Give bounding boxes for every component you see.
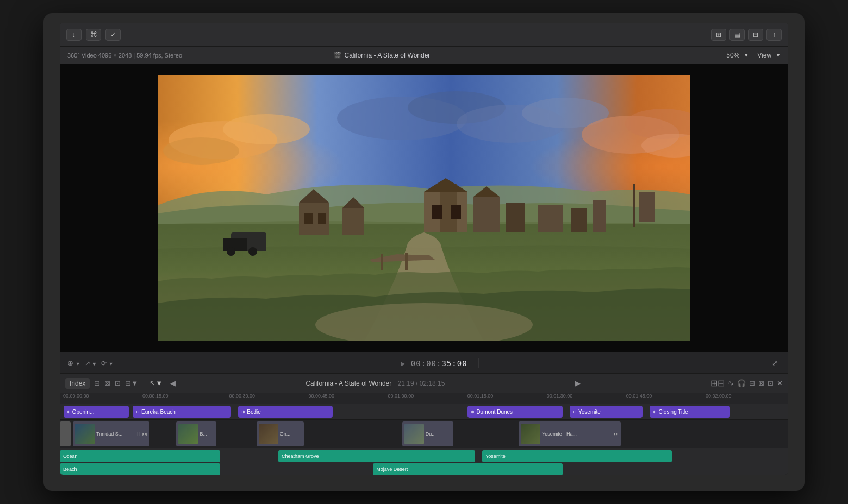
next-marker-btn[interactable]: ▶ xyxy=(575,379,581,387)
clip-view-btn2[interactable]: ⊠ xyxy=(104,379,110,387)
timeline-project-title: California - A State of Wonder 21:19 / 0… xyxy=(305,380,445,387)
svg-rect-28 xyxy=(451,205,461,219)
timeline-ruler: 00:00:00;00 00:00:15:00 00:00:30:00 00:0… xyxy=(60,393,788,404)
snapping-icon[interactable]: ⊡ xyxy=(768,379,774,387)
waveform-icon: ∿ xyxy=(728,379,734,387)
clip-eureka[interactable]: ⊕ Eureka Beach xyxy=(133,406,231,418)
clip-icon: ⊕ xyxy=(136,410,140,414)
clip-closing-title[interactable]: ⊕ Closing Title xyxy=(650,406,729,418)
film-strip-icon[interactable]: ⊟ xyxy=(749,379,755,387)
clip-dumont[interactable]: ⊕ Dumont Dunes xyxy=(467,406,562,418)
chevron-down-icon: ▼ xyxy=(109,361,114,367)
audio-cheatham[interactable]: Cheatham Grove xyxy=(278,450,475,462)
timeline-controls: Index ⊟ ⊠ ⊡ ⊟▼ ↖▼ ◀ California - A State… xyxy=(60,374,788,393)
clip-bodie[interactable]: ⊕ Bodie xyxy=(238,406,333,418)
fullscreen-button[interactable]: ⤢ xyxy=(769,357,781,369)
clip-yosemite[interactable]: ⊕ Yosemite xyxy=(570,406,643,418)
key-icon: ⌘ xyxy=(90,30,97,39)
playback-options-button[interactable]: ⊕ ▼ xyxy=(67,359,80,367)
prev-marker-btn[interactable]: ◀ xyxy=(170,379,176,387)
svg-rect-21 xyxy=(318,213,326,224)
preview-area xyxy=(60,64,788,352)
clip-view-btn[interactable]: ⊟ xyxy=(94,379,100,387)
clip-trinidad[interactable]: Trinidad S... ⏸ ⏭ xyxy=(73,421,149,446)
arrow-tool-btn[interactable]: ↖▼ xyxy=(149,379,163,387)
analyze-button[interactable]: ✓ xyxy=(105,29,121,41)
clip-icon: ⊕ xyxy=(573,410,577,414)
toolbar: ↓ ⌘ ✓ ⊞ ▤ ⊟ ↑ xyxy=(60,23,788,47)
expand-icon: ⤢ xyxy=(772,359,778,367)
audio-meter-icon: ⊞⊟ xyxy=(710,378,725,388)
globe-icon: ⊕ xyxy=(67,359,73,367)
svg-rect-27 xyxy=(432,205,442,219)
secondary-track: Trinidad S... ⏸ ⏭ B... Gri... xyxy=(60,419,788,448)
clip-gri[interactable]: Gri... xyxy=(257,421,304,446)
clip-icon: ⊕ xyxy=(67,410,71,414)
timeline-tracks: ⊕ Openin... ⊕ Eureka Beach ⊕ Bodie ⊕ Dum… xyxy=(60,404,788,475)
sliders-icon: ⊟ xyxy=(753,31,758,39)
secondary-clip-stub xyxy=(60,421,71,446)
browser-list-button[interactable]: ▤ xyxy=(729,29,745,41)
clip-du[interactable]: Du... xyxy=(402,421,453,446)
toolbar-left: ↓ ⌘ ✓ xyxy=(66,29,121,41)
project-title-display: 🎬 California - A State of Wonder xyxy=(334,52,431,59)
svg-rect-22 xyxy=(342,208,364,235)
toolbar-right: ⊞ ▤ ⊟ ↑ xyxy=(711,29,782,41)
close-timeline-icon[interactable]: ✕ xyxy=(777,379,783,387)
svg-rect-33 xyxy=(571,208,587,232)
svg-rect-34 xyxy=(593,200,606,232)
audio-mojave[interactable]: Mojave Desert xyxy=(373,463,562,475)
speed-button[interactable]: ⟳ ▼ xyxy=(101,359,114,367)
clip-info-icon[interactable]: ⊠ xyxy=(758,379,764,387)
svg-rect-38 xyxy=(405,253,408,270)
clip-icon: ⊕ xyxy=(241,410,245,414)
keyword-button[interactable]: ⌘ xyxy=(86,29,101,41)
import-button[interactable]: ↓ xyxy=(66,29,82,41)
grid-icon: ⊞ xyxy=(716,31,721,39)
clip-yosemite-ha[interactable]: Yosemite - Ha... ⏭ xyxy=(519,421,621,446)
clip-icon: ⊕ xyxy=(653,410,657,414)
svg-rect-32 xyxy=(538,205,563,232)
svg-point-5 xyxy=(223,114,310,144)
svg-point-4 xyxy=(163,137,239,165)
svg-rect-29 xyxy=(473,197,500,232)
playback-bar: ⊕ ▼ ↗ ▼ ⟳ ▼ ▶ 00:00:35:00 │ ⤢ xyxy=(60,352,788,374)
svg-rect-36 xyxy=(639,192,655,222)
inspector-button[interactable]: ⊟ xyxy=(748,29,763,41)
clip-opening[interactable]: ⊕ Openin... xyxy=(64,406,129,418)
share-icon: ↑ xyxy=(772,31,776,39)
list-icon: ▤ xyxy=(734,31,740,39)
video-specs: 360° Video 4096 × 2048 | 59.94 fps, Ster… xyxy=(67,52,182,59)
headphones-icon[interactable]: 🎧 xyxy=(737,379,746,387)
arrow-icon: ↗ xyxy=(85,360,90,367)
transform-button[interactable]: ↗ ▼ xyxy=(85,359,97,367)
clip-view-btn3[interactable]: ⊡ xyxy=(115,379,121,387)
audio-beach[interactable]: Beach xyxy=(60,463,220,475)
clip-height-btn[interactable]: ⊟▼ xyxy=(125,379,138,387)
svg-point-16 xyxy=(227,247,235,256)
film-icon: 🎬 xyxy=(334,52,341,59)
chevron-down-icon: ▼ xyxy=(744,53,749,58)
screen: ↓ ⌘ ✓ ⊞ ▤ ⊟ ↑ xyxy=(60,23,788,475)
download-icon: ↓ xyxy=(72,30,76,39)
audio-yosemite[interactable]: Yosemite xyxy=(482,450,671,462)
svg-rect-37 xyxy=(381,254,383,270)
clip-b[interactable]: B... xyxy=(176,421,216,446)
chevron-down-icon: ▼ xyxy=(76,361,80,367)
browser-grid-button[interactable]: ⊞ xyxy=(711,29,726,41)
speed-icon: ⟳ xyxy=(101,360,107,367)
index-button[interactable]: Index xyxy=(65,378,90,389)
audio-tracks: Ocean Cheatham Grove Yosemite Beach Moja… xyxy=(60,448,788,475)
svg-rect-30 xyxy=(506,203,525,232)
audio-ocean[interactable]: Ocean xyxy=(60,450,220,462)
share-button[interactable]: ↑ xyxy=(766,29,782,41)
zoom-control[interactable]: 50% ▼ View ▼ xyxy=(726,52,781,59)
chevron-down-icon-view: ▼ xyxy=(776,53,781,58)
info-bar: 360° Video 4096 × 2048 | 59.94 fps, Ster… xyxy=(60,47,788,64)
svg-rect-20 xyxy=(304,213,313,224)
primary-track: ⊕ Openin... ⊕ Eureka Beach ⊕ Bodie ⊕ Dum… xyxy=(60,404,788,419)
timecode-display: ▶ 00:00:35:00 │ xyxy=(119,358,763,368)
timeline-tool-icons: ⊞⊟ ∿ 🎧 ⊟ ⊠ ⊡ ✕ xyxy=(710,378,783,388)
svg-rect-35 xyxy=(633,184,635,227)
playback-controls-left: ⊕ ▼ ↗ ▼ ⟳ ▼ xyxy=(67,359,114,367)
